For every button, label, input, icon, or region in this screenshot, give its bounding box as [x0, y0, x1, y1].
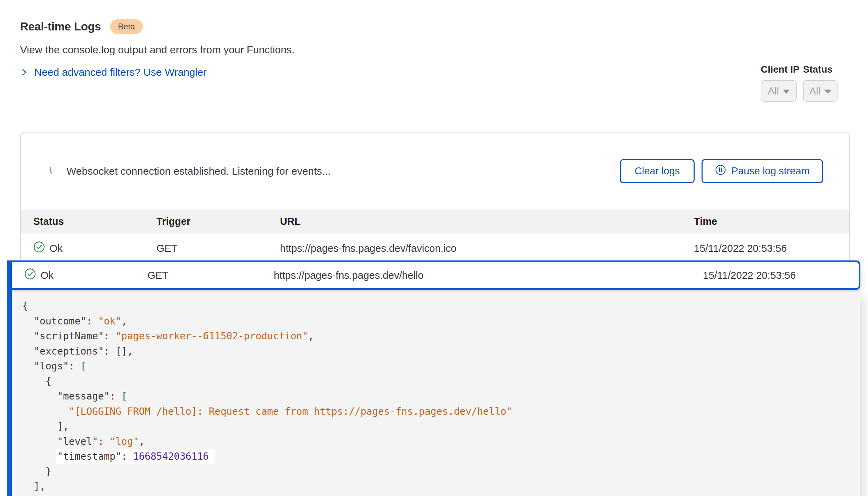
stream-toolbar: Websocket connection established. Listen… — [21, 132, 849, 210]
status-value: Ok — [40, 269, 54, 281]
column-header-trigger: Trigger — [156, 216, 280, 227]
pause-log-stream-button[interactable]: Pause log stream — [702, 159, 823, 183]
realtime-logs-page: Real-time Logs Beta View the console.log… — [0, 0, 868, 496]
page-title: Real-time Logs — [20, 20, 101, 33]
client-ip-filter-dropdown[interactable]: All — [761, 80, 797, 102]
log-json-output: { "outcome": "ok", "scriptName": "pages-… — [22, 298, 852, 494]
url-cell: https://pages-fns.pages.dev/favicon.ico — [280, 242, 694, 254]
log-stream-card: Websocket connection established. Listen… — [20, 132, 850, 262]
beta-badge: Beta — [110, 19, 143, 34]
pause-button-label: Pause log stream — [731, 165, 810, 177]
page-header: Real-time Logs Beta — [20, 19, 143, 34]
stream-status: Websocket connection established. Listen… — [49, 165, 331, 177]
clear-logs-button[interactable]: Clear logs — [620, 159, 695, 183]
page-description: View the console.log output and errors f… — [20, 44, 295, 56]
check-circle-icon — [24, 268, 36, 282]
chevron-right-icon — [19, 67, 29, 77]
time-cell: 15/11/2022 20:53:56 — [694, 242, 849, 254]
stream-status-message: Websocket connection established. Listen… — [66, 165, 331, 177]
status-filter-dropdown[interactable]: All — [803, 80, 838, 102]
wrangler-filters-link[interactable]: Need advanced filters? Use Wrangler — [19, 66, 207, 78]
log-entry-detail-panel: { "outcome": "ok", "scriptName": "pages-… — [12, 292, 860, 496]
wrangler-link-label: Need advanced filters? Use Wrangler — [34, 66, 207, 78]
time-cell: 15/11/2022 20:53:56 — [703, 269, 859, 281]
log-table-row-selected[interactable]: Ok GET https://pages-fns.pages.dev/hello… — [12, 260, 860, 290]
status-filter: Status All — [803, 64, 838, 102]
trigger-cell: GET — [156, 242, 280, 254]
trigger-cell: GET — [147, 269, 274, 281]
check-circle-icon — [33, 241, 45, 255]
caret-down-icon — [783, 90, 790, 94]
client-ip-filter-value: All — [768, 85, 779, 97]
status-filter-value: All — [809, 85, 820, 97]
spinner-icon — [49, 165, 60, 177]
stream-actions: Clear logs Pause log stream — [620, 159, 823, 183]
status-cell: Ok — [24, 268, 147, 282]
status-filter-label: Status — [803, 64, 838, 75]
caret-down-icon — [824, 90, 831, 94]
client-ip-filter-label: Client IP — [761, 64, 797, 75]
status-cell: Ok — [33, 241, 156, 255]
log-table-header: Status Trigger URL Time — [21, 210, 849, 233]
pause-circle-icon — [715, 164, 726, 178]
column-header-time: Time — [694, 216, 849, 227]
client-ip-filter: Client IP All — [761, 64, 797, 102]
url-cell: https://pages-fns.pages.dev/hello — [274, 269, 703, 281]
log-table-row[interactable]: Ok GET https://pages-fns.pages.dev/favic… — [21, 233, 849, 262]
column-header-status: Status — [33, 216, 156, 227]
column-header-url: URL — [280, 216, 694, 227]
status-value: Ok — [49, 242, 63, 254]
expanded-log-entry: Ok GET https://pages-fns.pages.dev/hello… — [7, 260, 860, 496]
